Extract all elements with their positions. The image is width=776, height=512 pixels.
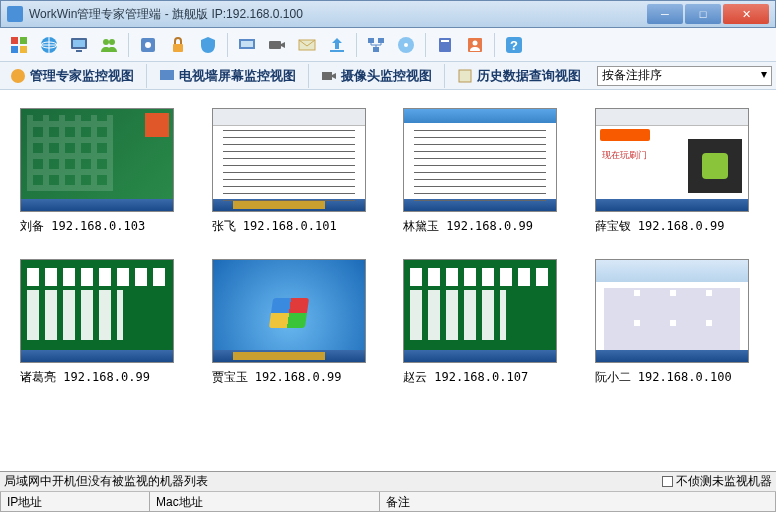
tab-label: 电视墙屏幕监控视图 — [179, 67, 296, 85]
svg-point-30 — [11, 69, 25, 83]
maximize-button[interactable]: □ — [685, 4, 721, 24]
client-caption: 林黛玉 192.168.0.99 — [403, 218, 533, 235]
monitor-icon — [10, 68, 26, 84]
tab-expert-monitor[interactable]: 管理专家监控视图 — [4, 63, 140, 89]
client-thumbnail[interactable]: 贾宝玉 192.168.0.99 — [212, 259, 374, 386]
screenshot-preview — [212, 108, 366, 212]
users-icon[interactable] — [96, 32, 122, 58]
shield-icon[interactable] — [195, 32, 221, 58]
camera-icon[interactable] — [264, 32, 290, 58]
svg-rect-25 — [441, 40, 449, 42]
windows-icon[interactable] — [6, 32, 32, 58]
svg-point-9 — [103, 39, 109, 45]
network-icon[interactable] — [363, 32, 389, 58]
chevron-down-icon: ▾ — [761, 67, 767, 81]
svg-point-12 — [145, 42, 151, 48]
client-caption: 刘备 192.168.0.103 — [20, 218, 145, 235]
screenshot-preview — [595, 259, 749, 363]
screenshot-preview — [212, 259, 366, 363]
screen-icon[interactable] — [234, 32, 260, 58]
bottom-panel-title: 局域网中开机但没有被监视的机器列表 — [4, 473, 208, 490]
app-icon — [7, 6, 23, 22]
svg-rect-15 — [241, 41, 253, 47]
svg-point-27 — [473, 40, 478, 45]
svg-rect-31 — [160, 70, 174, 80]
checkbox-label: 不侦测未监视机器 — [676, 473, 772, 490]
settings-icon[interactable] — [135, 32, 161, 58]
col-note[interactable]: 备注 — [380, 492, 776, 512]
svg-rect-19 — [368, 38, 374, 43]
client-thumbnail[interactable]: 阮小二 192.168.0.100 — [595, 259, 757, 386]
svg-rect-13 — [173, 44, 183, 52]
monitor-icon[interactable] — [66, 32, 92, 58]
globe-icon[interactable] — [36, 32, 62, 58]
thumbnail-grid-area: 刘备 192.168.0.103张飞 192.168.0.101林黛玉 192.… — [0, 90, 776, 460]
svg-rect-3 — [20, 46, 27, 53]
client-caption: 诸葛亮 192.168.0.99 — [20, 369, 150, 386]
svg-text:?: ? — [510, 38, 518, 53]
client-thumbnail[interactable]: 林黛玉 192.168.0.99 — [403, 108, 565, 235]
col-ip[interactable]: IP地址 — [0, 492, 150, 512]
client-thumbnail[interactable]: 张飞 192.168.0.101 — [212, 108, 374, 235]
checkbox-icon — [662, 476, 673, 487]
svg-rect-33 — [459, 70, 471, 82]
tvwall-icon — [159, 68, 175, 84]
window-title: WorkWin管理专家管理端 - 旗舰版 IP:192.168.0.100 — [29, 6, 645, 23]
titlebar: WorkWin管理专家管理端 - 旗舰版 IP:192.168.0.100 ─ … — [0, 0, 776, 28]
main-toolbar: ? — [0, 28, 776, 62]
mail-icon[interactable] — [294, 32, 320, 58]
svg-point-10 — [109, 39, 115, 45]
help-icon[interactable]: ? — [501, 32, 527, 58]
sort-dropdown[interactable]: 按备注排序 ▾ — [597, 66, 772, 86]
svg-rect-16 — [269, 41, 281, 49]
close-button[interactable]: ✕ — [723, 4, 769, 24]
bottom-panel: 局域网中开机但没有被监视的机器列表 不侦测未监视机器 IP地址 Mac地址 备注 — [0, 471, 776, 512]
no-detect-checkbox[interactable]: 不侦测未监视机器 — [662, 473, 772, 490]
camera-icon — [321, 68, 337, 84]
sort-value: 按备注排序 — [602, 68, 662, 82]
contact-icon[interactable] — [462, 32, 488, 58]
tab-label: 摄像头监控视图 — [341, 67, 432, 85]
svg-point-23 — [404, 43, 408, 47]
svg-rect-1 — [20, 37, 27, 44]
svg-rect-20 — [378, 38, 384, 43]
screenshot-preview — [403, 259, 557, 363]
tab-label: 历史数据查询视图 — [477, 67, 581, 85]
tab-history-query[interactable]: 历史数据查询视图 — [451, 63, 587, 89]
client-caption: 阮小二 192.168.0.100 — [595, 369, 732, 386]
svg-rect-21 — [373, 47, 379, 52]
svg-rect-8 — [76, 50, 82, 52]
client-caption: 贾宝玉 192.168.0.99 — [212, 369, 342, 386]
svg-rect-2 — [11, 46, 18, 53]
tab-label: 管理专家监控视图 — [30, 67, 134, 85]
client-thumbnail[interactable]: 诸葛亮 192.168.0.99 — [20, 259, 182, 386]
view-tabs: 管理专家监控视图 电视墙屏幕监控视图 摄像头监控视图 历史数据查询视图 按备注排… — [0, 62, 776, 90]
client-thumbnail[interactable]: 刘备 192.168.0.103 — [20, 108, 182, 235]
svg-rect-32 — [322, 72, 332, 80]
minimize-button[interactable]: ─ — [647, 4, 683, 24]
svg-rect-7 — [73, 40, 85, 47]
client-caption: 赵云 192.168.0.107 — [403, 369, 528, 386]
client-thumbnail[interactable]: 现在玩刷门薛宝钗 192.168.0.99 — [595, 108, 757, 235]
screenshot-preview — [20, 108, 174, 212]
book-icon[interactable] — [432, 32, 458, 58]
col-mac[interactable]: Mac地址 — [150, 492, 380, 512]
lock-icon[interactable] — [165, 32, 191, 58]
history-icon — [457, 68, 473, 84]
unmonitored-table-header: IP地址 Mac地址 备注 — [0, 492, 776, 512]
disc-icon[interactable] — [393, 32, 419, 58]
svg-rect-0 — [11, 37, 18, 44]
client-caption: 薛宝钗 192.168.0.99 — [595, 218, 725, 235]
client-caption: 张飞 192.168.0.101 — [212, 218, 337, 235]
client-thumbnail[interactable]: 赵云 192.168.0.107 — [403, 259, 565, 386]
svg-rect-18 — [330, 50, 344, 52]
upload-icon[interactable] — [324, 32, 350, 58]
tab-camera-monitor[interactable]: 摄像头监控视图 — [315, 63, 438, 89]
screenshot-preview — [20, 259, 174, 363]
tab-tvwall-monitor[interactable]: 电视墙屏幕监控视图 — [153, 63, 302, 89]
screenshot-preview: 现在玩刷门 — [595, 108, 749, 212]
screenshot-preview — [403, 108, 557, 212]
